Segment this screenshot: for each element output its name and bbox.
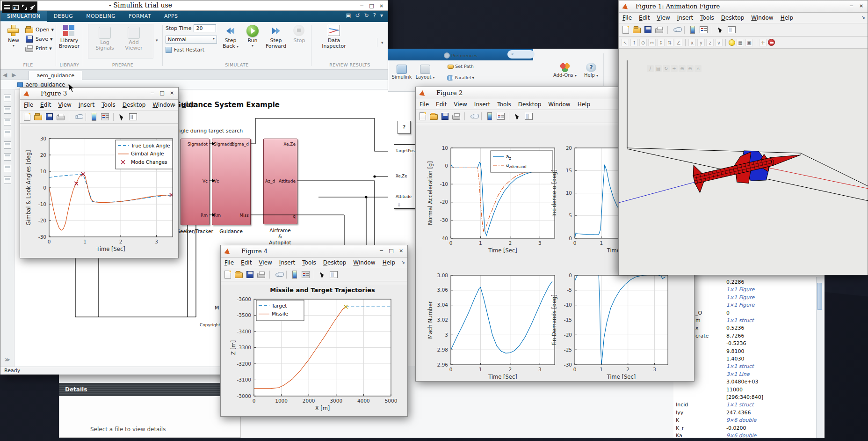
toolstrip-tab-apps[interactable]: APPS (158, 11, 184, 22)
workspace-row[interactable]: 1×1 struct (673, 363, 818, 371)
viewer-icon[interactable] (4, 165, 11, 172)
save-figure-icon[interactable] (644, 26, 651, 33)
workspace-row[interactable]: _O0 (673, 310, 818, 318)
menu-item-tools[interactable]: Tools (302, 259, 316, 266)
block-airframe-autopilot[interactable]: Az_d Xe,Ze Attitude q (263, 139, 297, 224)
minimize-button[interactable]: ─ (358, 2, 365, 9)
workspace-row[interactable]: 3.0480e+03 (673, 379, 818, 387)
menu-overflow-icon[interactable]: ↘ (172, 102, 176, 107)
open-file-icon[interactable] (633, 28, 641, 33)
library-browser-button[interactable]: LibraryBrowser (57, 23, 81, 49)
prepare-gallery-expand[interactable]: ▾ (156, 38, 158, 43)
menu-item-window[interactable]: Window (548, 101, 570, 108)
toolstrip-tab-modeling[interactable]: MODELING (80, 11, 122, 22)
menu-item-desktop[interactable]: Desktop (721, 15, 745, 21)
minimize-button[interactable]: ─ (378, 247, 385, 254)
menu-overflow-icon[interactable]: ↘ (401, 259, 405, 265)
print-figure-icon[interactable] (57, 115, 65, 120)
new-document-icon[interactable] (24, 113, 30, 121)
workspace-scrollbar-thumb[interactable] (817, 283, 822, 310)
toolstrip-parallel-button[interactable]: Parallel ▾ (443, 75, 478, 81)
workspace-row[interactable]: Iyy247.4366 (673, 410, 818, 418)
workspace-row[interactable]: K_r-0.0200 (673, 425, 818, 433)
camera-motion-icon-3[interactable]: ⊙ (639, 39, 647, 46)
menu-item-edit[interactable]: Edit (436, 101, 447, 108)
menu-item-tools[interactable]: Tools (497, 101, 511, 108)
help-icon[interactable]: ? (373, 12, 376, 19)
workspace-row[interactable]: 1.4030 (673, 356, 818, 364)
fullscreen-icon[interactable] (22, 5, 27, 10)
menu-item-file[interactable]: File (224, 259, 234, 266)
nav-back-icon[interactable]: ◀ (3, 72, 7, 78)
colorbar-icon[interactable] (292, 271, 297, 279)
toolstrip-tab-debug[interactable]: DEBUG (47, 11, 80, 22)
quick-save-icon[interactable]: ▣ (346, 12, 351, 19)
pointer-tool-icon[interactable] (117, 112, 126, 121)
workspace-row[interactable]: x0.5236 (673, 325, 818, 333)
menu-item-window[interactable]: Window (152, 102, 174, 108)
toolstrip-set-path-button[interactable]: Set Path (443, 64, 478, 69)
menu-item-desktop[interactable]: Desktop (323, 259, 347, 266)
menu-item-help[interactable]: Help (578, 101, 590, 108)
data-inspector-button[interactable]: DataInspector (320, 23, 348, 49)
scene-light-icon[interactable] (729, 39, 735, 46)
workspace-row[interactable]: m1×1 struct (673, 317, 818, 325)
stop-animation-icon[interactable] (768, 39, 775, 46)
legend-icon[interactable] (700, 26, 708, 33)
menu-item-view[interactable]: View (259, 259, 272, 266)
print-figure-icon[interactable] (655, 28, 663, 33)
toolstrip-layout-button[interactable]: Layout ▾ (414, 65, 436, 80)
minimize-button[interactable]: ─ (848, 2, 855, 9)
toolstrip-collapse-icon[interactable]: ▾ (380, 12, 383, 19)
workspace-row[interactable]: 9.8100 (673, 348, 818, 356)
link-plot-icon[interactable] (75, 115, 80, 119)
colorbar-icon[interactable] (690, 26, 695, 34)
menu-item-view[interactable]: View (58, 102, 71, 108)
palette-expand-icon[interactable]: ≫ (0, 357, 14, 363)
run-button[interactable]: Run▾ (243, 23, 262, 48)
menu-item-tools[interactable]: Tools (700, 15, 714, 21)
property-editor-icon[interactable] (728, 26, 736, 33)
save-figure-icon[interactable] (46, 113, 53, 120)
toolstrip-help-button[interactable]: ?Help ▾ (582, 63, 600, 78)
menu-item-file[interactable]: File (24, 102, 33, 108)
subsystem-icon[interactable] (4, 176, 11, 184)
move-camera-icon[interactable]: ✛ (759, 39, 767, 46)
workspace-row[interactable]: 11000 (673, 387, 818, 395)
menu-item-desktop[interactable]: Desktop (518, 101, 542, 108)
step-forward-button[interactable]: StepForward (264, 23, 288, 49)
toolstrip-preferences-button[interactable]: Preferences (443, 52, 478, 59)
close-button[interactable]: × (398, 247, 405, 254)
undo-icon[interactable]: ↺ (355, 12, 360, 19)
maximize-button[interactable]: □ (368, 2, 375, 9)
property-editor-icon[interactable] (330, 271, 338, 278)
link-plot-icon[interactable] (470, 115, 476, 118)
fast-restart-toggle[interactable]: Fast Restart (166, 47, 204, 53)
block-guidance-processor[interactable]: TargetPos Xe,Ze Attitude ⇩ (394, 144, 415, 209)
sample-time-icon[interactable] (4, 153, 11, 161)
close-button[interactable]: × (858, 2, 865, 9)
maximize-button[interactable]: □ (159, 89, 166, 96)
open-button[interactable]: Open▾ (25, 25, 54, 34)
menu-item-tools[interactable]: Tools (101, 102, 116, 108)
save-figure-icon[interactable] (246, 271, 253, 278)
figure1-3d-view[interactable]: / ▤ ↻ + ⊕ ⊖ ⌂ (619, 49, 868, 275)
workspace-variable-list[interactable]: 0.22861×1 Figure1×1 Figure1×1 Figure_O0m… (673, 277, 818, 438)
nav-forward-icon[interactable]: ▶ (12, 72, 16, 78)
block-help[interactable]: ? (398, 121, 411, 134)
toolstrip-tab-format[interactable]: FORMAT (122, 11, 158, 22)
menu-item-insert[interactable]: Insert (79, 102, 94, 108)
block-guidance[interactable]: Sigmadot Vc Rm Sigma_d Miss (212, 139, 251, 225)
camera-motion-icon-5[interactable]: ↕ (657, 39, 665, 46)
save-figure-icon[interactable] (441, 113, 448, 120)
camera-motion-icon-7[interactable]: ∠ (675, 39, 682, 46)
figure3-titlebar[interactable]: Figure 3 ─ □ × (20, 88, 178, 100)
camera-motion-icon-6[interactable]: ⇅ (666, 39, 673, 46)
workspace-row[interactable]: [296;340;840] (673, 394, 818, 402)
menu-item-insert[interactable]: Insert (279, 259, 295, 266)
camera-axis-x-icon[interactable]: x (688, 39, 696, 46)
log-signals-button[interactable]: LogSignals (93, 25, 117, 51)
camera-motion-icon-4[interactable]: ↔ (648, 39, 656, 46)
matlab-search-box[interactable]: ⌕ (507, 50, 535, 59)
print-button[interactable]: Print▾ (25, 44, 54, 53)
